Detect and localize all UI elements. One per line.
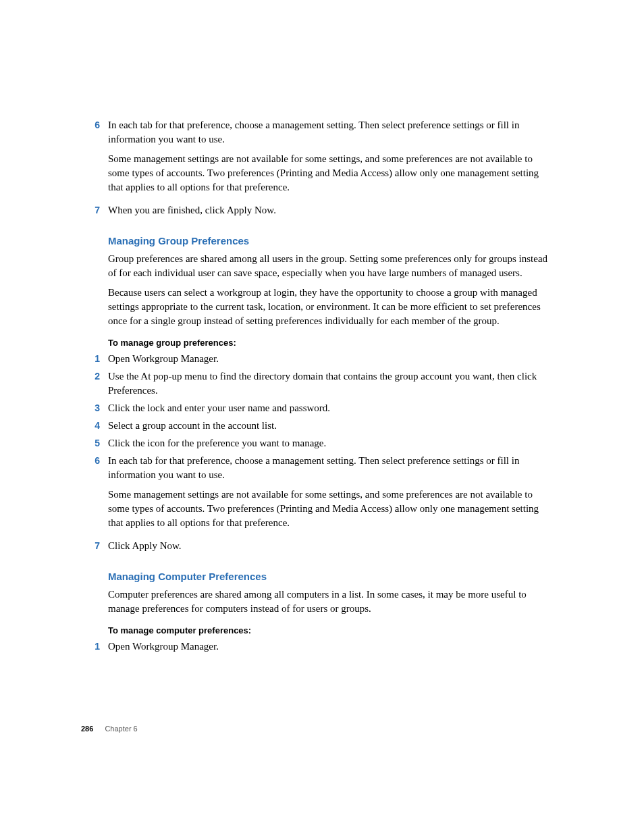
section-heading: Managing Group Preferences: [108, 235, 556, 246]
step-7: 7 When you are finished, click Apply Now…: [81, 203, 556, 217]
group-steps: 1 Open Workgroup Manager. 2 Use the At p…: [81, 352, 556, 553]
section-heading: Managing Computer Preferences: [108, 571, 556, 582]
section-group-preferences: Managing Group Preferences Group prefere…: [108, 235, 556, 348]
step-content: In each tab for that preference, choose …: [108, 118, 556, 200]
step-para: Open Workgroup Manager.: [108, 352, 219, 366]
step-number: 1: [81, 352, 108, 366]
document-page: 6 In each tab for that preference, choos…: [0, 0, 644, 834]
step-number: 5: [81, 436, 108, 450]
section-para: Computer preferences are shared among al…: [108, 588, 556, 616]
step-para: Click the lock and enter your user name …: [108, 401, 330, 415]
subheading: To manage computer preferences:: [108, 625, 556, 635]
step-number: 7: [81, 203, 108, 217]
step-para: Select a group account in the account li…: [108, 419, 277, 433]
chapter-label: Chapter 6: [105, 725, 137, 733]
step-para: Some management settings are not availab…: [108, 488, 556, 530]
computer-steps: 1 Open Workgroup Manager.: [81, 640, 556, 654]
step-1: 1 Open Workgroup Manager.: [81, 640, 556, 654]
step-6: 6 In each tab for that preference, choos…: [81, 118, 556, 200]
step-content: In each tab for that preference, choose …: [108, 454, 556, 536]
step-3: 3 Click the lock and enter your user nam…: [81, 401, 556, 415]
step-content: When you are finished, click Apply Now.: [108, 203, 276, 217]
step-4: 4 Select a group account in the account …: [81, 419, 556, 433]
step-number: 3: [81, 401, 108, 415]
step-para: In each tab for that preference, choose …: [108, 454, 556, 482]
step-5: 5 Click the icon for the preference you …: [81, 436, 556, 450]
step-para: Click Apply Now.: [108, 539, 182, 553]
step-para: Use the At pop-up menu to find the direc…: [108, 369, 556, 398]
step-6: 6 In each tab for that preference, choos…: [81, 454, 556, 536]
step-para: When you are finished, click Apply Now.: [108, 203, 276, 217]
step-number: 7: [81, 539, 108, 553]
section-computer-preferences: Managing Computer Preferences Computer p…: [108, 571, 556, 635]
step-7: 7 Click Apply Now.: [81, 539, 556, 553]
step-number: 2: [81, 369, 108, 384]
page-number: 286: [81, 725, 93, 733]
step-2: 2 Use the At pop-up menu to find the dir…: [81, 369, 556, 398]
step-number: 6: [81, 454, 108, 468]
step-para: Click the icon for the preference you wa…: [108, 436, 326, 450]
step-number: 1: [81, 640, 108, 654]
step-para: In each tab for that preference, choose …: [108, 118, 556, 147]
subheading: To manage group preferences:: [108, 338, 556, 348]
page-footer: 286 Chapter 6: [81, 725, 138, 733]
section-para: Group preferences are shared among all u…: [108, 252, 556, 280]
step-para: Open Workgroup Manager.: [108, 640, 219, 654]
section-para: Because users can select a workgroup at …: [108, 286, 556, 328]
step-number: 6: [81, 118, 108, 132]
step-number: 4: [81, 419, 108, 433]
top-steps: 6 In each tab for that preference, choos…: [81, 118, 556, 217]
step-1: 1 Open Workgroup Manager.: [81, 352, 556, 366]
step-para: Some management settings are not availab…: [108, 152, 556, 194]
